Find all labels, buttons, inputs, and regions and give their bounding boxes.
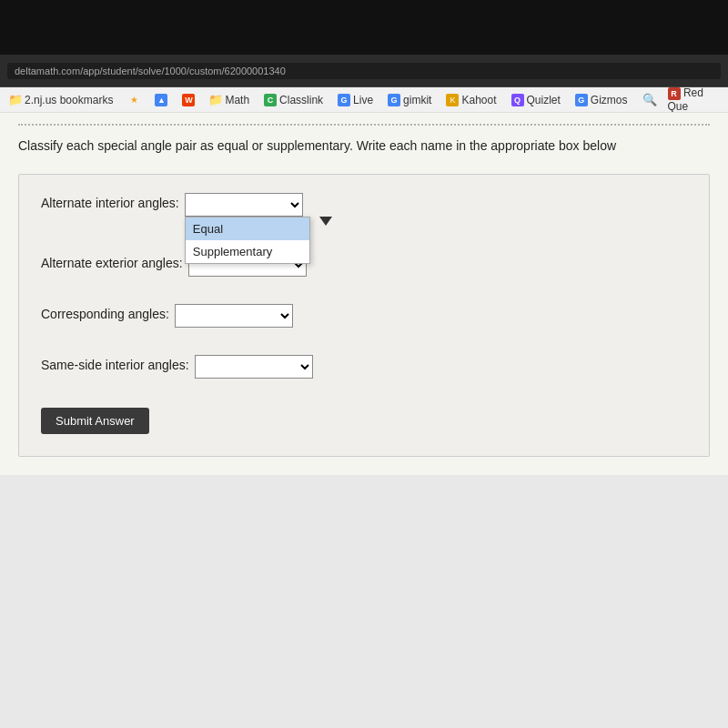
dots-separator (18, 124, 710, 126)
live-icon: G (338, 94, 350, 106)
bookmark-gizmos-label: Gizmos (591, 94, 628, 106)
alt-interior-wrapper: Equal Supplementary Equal Supplementary (185, 193, 303, 217)
alt-exterior-row: Alternate exterior angles: Equal Supplem… (41, 253, 687, 277)
browser-chrome: deltamath.com/app/student/solve/1000/cus… (0, 55, 728, 87)
star-icon: ★ (127, 94, 140, 106)
365-icon: W (182, 94, 195, 106)
quizlet-icon: Q (511, 94, 524, 106)
bookmark-kahoot-label: Kahoot (461, 94, 496, 106)
math-folder-icon: 📁 (209, 94, 222, 106)
bookmark-kahoot[interactable]: K Kahoot (442, 93, 500, 107)
gizmos-icon: G (575, 94, 588, 106)
top-bar (0, 0, 728, 55)
url-bar[interactable]: deltamath.com/app/student/solve/1000/cus… (7, 63, 721, 79)
option-equal[interactable]: Equal (186, 217, 309, 240)
corresponding-label: Corresponding angles: (41, 304, 169, 321)
corresponding-row: Corresponding angles: Equal Supplementar… (41, 304, 687, 328)
corresponding-select[interactable]: Equal Supplementary (175, 304, 293, 328)
bookmark-quizlet-label: Quizlet (527, 94, 561, 106)
bookmark-365[interactable]: W (178, 93, 198, 107)
bookmark-redque[interactable]: R Red Que (668, 87, 723, 113)
same-side-select[interactable]: Equal Supplementary (195, 355, 313, 379)
bookmark-gizmos[interactable]: G Gizmos (571, 93, 632, 107)
alt-interior-label: Alternate interior angles: (41, 193, 179, 210)
bookmark-star[interactable]: ★ (124, 93, 144, 107)
submit-button[interactable]: Submit Answer (41, 408, 149, 434)
alt-interior-row: Alternate interior angles: Equal Supplem… (41, 193, 687, 217)
same-side-label: Same-side interior angles: (41, 355, 189, 372)
bookmark-classlink[interactable]: C Classlink (260, 93, 327, 107)
bookmark-quizlet[interactable]: Q Quizlet (508, 93, 564, 107)
blue-logo-icon: ▲ (155, 94, 167, 106)
bookmark-classlink-label: Classlink (279, 94, 323, 106)
bookmarks-label: 📁 2.nj.us bookmarks (5, 93, 116, 107)
alt-exterior-label: Alternate exterior angles: (41, 253, 183, 270)
bookmark-logo[interactable]: ▲ (151, 93, 171, 107)
bookmark-math-label: Math (225, 94, 249, 106)
same-side-wrapper: Equal Supplementary (195, 355, 313, 379)
page-content: Classify each special angle pair as equa… (0, 113, 728, 728)
same-side-row: Same-side interior angles: Equal Supplem… (41, 355, 687, 379)
bookmark-live[interactable]: G Live (334, 93, 377, 107)
alt-interior-select[interactable]: Equal Supplementary (185, 193, 303, 217)
classlink-icon: C (264, 94, 277, 106)
bookmark-gimkit[interactable]: G gimkit (384, 93, 435, 107)
red-que-icon: R (668, 87, 681, 100)
bookmark-math[interactable]: 📁 Math (206, 93, 253, 107)
page-inner: Classify each special angle pair as equa… (0, 113, 728, 475)
option-supplementary[interactable]: Supplementary (186, 240, 309, 263)
gimkit-icon: G (388, 94, 400, 106)
search-icon[interactable]: 🔍 (642, 93, 657, 106)
bookmark-gimkit-label: gimkit (403, 94, 431, 106)
corresponding-wrapper: Equal Supplementary (175, 304, 293, 328)
bookmarks-bar-label: 2.nj.us bookmarks (25, 94, 113, 106)
bookmarks-folder-icon: 📁 (9, 94, 22, 106)
question-text: Classify each special angle pair as equa… (18, 136, 710, 156)
alt-interior-dropdown-popup: Equal Supplementary (185, 217, 310, 264)
kahoot-icon: K (446, 94, 459, 106)
form-area: Alternate interior angles: Equal Supplem… (18, 174, 710, 457)
bookmark-live-label: Live (353, 94, 373, 106)
bookmarks-bar: 📁 2.nj.us bookmarks ★ ▲ W 📁 Math C Class… (0, 87, 728, 113)
